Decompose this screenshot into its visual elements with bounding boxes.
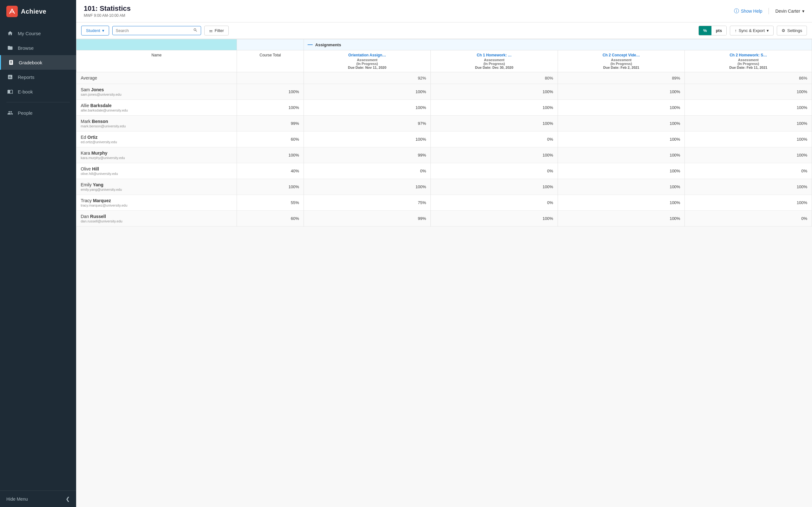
ebook-icon xyxy=(7,89,13,95)
student-score-1: 100% xyxy=(431,147,558,163)
student-score-2: 100% xyxy=(558,131,685,147)
assignment-due-3: Due Date: Feb 11, 2021 xyxy=(689,66,808,69)
student-name-cell[interactable]: Mark Benson mark.benson@university.edu xyxy=(77,116,237,131)
sidebar-label-my-course: My Course xyxy=(18,31,41,36)
home-icon xyxy=(7,30,13,37)
show-help-button[interactable]: ⓘ Show Help xyxy=(734,8,763,14)
sidebar-item-reports[interactable]: Reports xyxy=(0,70,76,84)
student-name-cell[interactable]: Kara Murphy kara.murphy@university.edu xyxy=(77,147,237,163)
student-name-cell[interactable]: Olive Hill olive.hill@university.edu xyxy=(77,163,237,179)
student-score-1: 100% xyxy=(431,211,558,227)
assignments-group-label: Assignments xyxy=(315,43,341,47)
student-course-total-cell: 100% xyxy=(237,100,304,116)
search-icon xyxy=(193,28,198,33)
student-name-cell[interactable]: Tracy Marquez tracy.marquez@university.e… xyxy=(77,195,237,211)
user-menu-button[interactable]: Devin Carter ▾ xyxy=(775,9,804,14)
student-score-1: 0% xyxy=(431,163,558,179)
logo-icon xyxy=(6,6,18,17)
assignment-header-0: Orientation Assign… Assessment (In Progr… xyxy=(304,50,431,72)
average-score-2: 89% xyxy=(558,72,685,84)
student-score-0: 100% xyxy=(304,100,431,116)
sidebar-item-browse[interactable]: Browse xyxy=(0,41,76,55)
student-score-3: 0% xyxy=(685,163,812,179)
main-content: 101: Statistics MWF 9:00 AM-10:00 AM ⓘ S… xyxy=(76,0,812,507)
table-column-header-row: Name Course Total Orientation Assign… As… xyxy=(77,50,812,72)
people-icon xyxy=(7,110,13,116)
folder-icon xyxy=(7,45,13,51)
table-group-header-row: — Assignments xyxy=(77,39,812,50)
header-title-area: 101: Statistics MWF 9:00 AM-10:00 AM xyxy=(84,4,131,18)
student-course-total-cell: 100% xyxy=(237,84,304,100)
search-container xyxy=(112,26,201,35)
student-score-1: 100% xyxy=(431,84,558,100)
assignments-collapse-button[interactable]: — xyxy=(308,42,313,48)
course-total-group-header xyxy=(237,39,304,50)
student-name-cell[interactable]: Ed Ortiz ed.ortiz@university.edu xyxy=(77,131,237,147)
sidebar-item-ebook[interactable]: E-book xyxy=(0,84,76,99)
sync-chevron-icon: ▾ xyxy=(767,28,769,33)
header-separator xyxy=(768,8,769,14)
assignment-due-1: Due Date: Dec 30, 2020 xyxy=(435,66,554,69)
average-name-cell: Average xyxy=(77,72,237,84)
settings-gear-icon: ⚙ xyxy=(781,28,785,33)
settings-label: Settings xyxy=(787,28,802,33)
student-course-total-cell: 60% xyxy=(237,131,304,147)
sidebar-label-gradebook: Gradebook xyxy=(19,60,42,65)
student-course-total-cell: 40% xyxy=(237,163,304,179)
student-score-1: 100% xyxy=(431,179,558,195)
name-column-header: Name xyxy=(77,50,237,72)
name-group-header xyxy=(77,39,237,50)
assignment-due-0: Due Date: Nov 11, 2020 xyxy=(308,66,427,69)
gradebook-icon xyxy=(8,59,14,66)
student-score-3: 100% xyxy=(685,179,812,195)
table-row: Tracy Marquez tracy.marquez@university.e… xyxy=(77,195,812,211)
hide-menu-button[interactable]: Hide Menu ❮ xyxy=(0,491,76,507)
student-name-cell[interactable]: Dan Russell dan.russell@university.edu xyxy=(77,211,237,227)
sidebar-item-my-course[interactable]: My Course xyxy=(0,26,76,41)
student-score-1: 100% xyxy=(431,100,558,116)
search-input[interactable] xyxy=(116,28,191,33)
percent-toggle-button[interactable]: % xyxy=(699,26,711,35)
student-name-cell[interactable]: Allie Barksdale allie.barksdale@universi… xyxy=(77,100,237,116)
student-dropdown-label: Student xyxy=(86,28,100,33)
sidebar-item-gradebook[interactable]: Gradebook xyxy=(0,55,76,70)
sidebar-label-ebook: E-book xyxy=(18,89,33,95)
student-course-total-cell: 100% xyxy=(237,147,304,163)
percent-pts-toggle: % pts xyxy=(699,26,727,36)
student-score-3: 100% xyxy=(685,116,812,131)
filter-icon: ⚌ xyxy=(209,28,213,33)
sync-export-button[interactable]: ↑ Sync & Export ▾ xyxy=(730,26,774,36)
settings-button[interactable]: ⚙ Settings xyxy=(777,26,807,36)
sidebar-nav: My Course Browse Gradebook Reports E-boo… xyxy=(0,23,76,491)
gradebook-tbody: Average 92% 80% 89% 86% Sam Jones sam.jo… xyxy=(77,72,812,227)
student-name-cell[interactable]: Emily Yang emily.yang@university.edu xyxy=(77,179,237,195)
student-name-cell[interactable]: Sam Jones sam.jones@university.edu xyxy=(77,84,237,100)
student-dropdown-button[interactable]: Student ▾ xyxy=(81,26,109,36)
student-score-0: 99% xyxy=(304,147,431,163)
student-score-3: 100% xyxy=(685,84,812,100)
student-score-0: 0% xyxy=(304,163,431,179)
header-actions: ⓘ Show Help Devin Carter ▾ xyxy=(734,8,804,14)
sidebar-item-people[interactable]: People xyxy=(0,106,76,120)
student-course-total-cell: 60% xyxy=(237,211,304,227)
logo-text: Achieve xyxy=(21,8,46,15)
student-score-1: 0% xyxy=(431,131,558,147)
table-row: Emily Yang emily.yang@university.edu 100… xyxy=(77,179,812,195)
filter-button[interactable]: ⚌ Filter xyxy=(204,26,229,36)
student-course-total-cell: 55% xyxy=(237,195,304,211)
assignment-due-2: Due Date: Feb 2, 2021 xyxy=(562,66,681,69)
gradebook-area: — Assignments Name Course Total Orientat… xyxy=(76,39,812,507)
student-score-0: 99% xyxy=(304,211,431,227)
assignments-group-header: — Assignments xyxy=(304,39,812,50)
hide-menu-label: Hide Menu xyxy=(6,497,28,502)
table-row: Dan Russell dan.russell@university.edu 6… xyxy=(77,211,812,227)
page-subtitle: MWF 9:00 AM-10:00 AM xyxy=(84,13,131,18)
student-score-3: 100% xyxy=(685,147,812,163)
pts-toggle-button[interactable]: pts xyxy=(711,26,727,35)
course-total-column-header: Course Total xyxy=(237,50,304,72)
show-help-label: Show Help xyxy=(741,9,763,14)
student-score-2: 100% xyxy=(558,195,685,211)
student-course-total-cell: 100% xyxy=(237,179,304,195)
sync-icon: ↑ xyxy=(734,28,737,33)
table-row: Allie Barksdale allie.barksdale@universi… xyxy=(77,100,812,116)
